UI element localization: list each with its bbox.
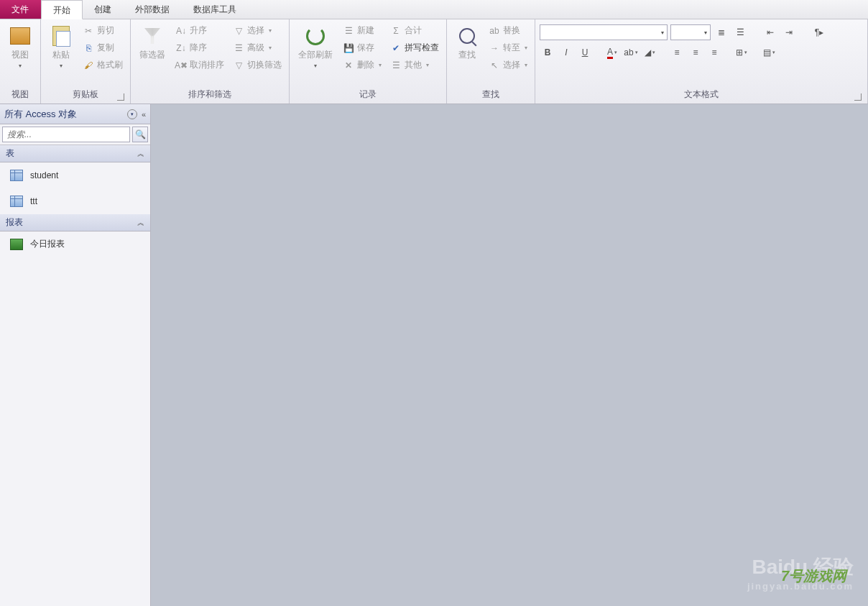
highlight-icon: ab	[624, 47, 633, 58]
tab-external-data[interactable]: 外部数据	[124, 0, 182, 19]
align-left-icon: ≡	[674, 47, 679, 58]
table-icon	[10, 196, 23, 207]
underline-button[interactable]: U	[577, 45, 593, 60]
content-area	[151, 104, 868, 606]
find-button[interactable]: 查找	[451, 22, 483, 64]
goto-button[interactable]: →转至▾	[486, 40, 530, 55]
copy-button[interactable]: ⎘ 复制	[80, 40, 126, 55]
toggle-filter-button[interactable]: ▽切换筛选	[230, 58, 285, 73]
group-text-format: ▾ ▾ ≣ ☰ ⇤ ⇥ ¶▸ B I U A ab ◢ ≡ ≡	[535, 19, 868, 104]
spelling-icon: ✔	[390, 42, 402, 54]
select-button[interactable]: ↖选择▾	[486, 58, 530, 73]
group-label-sortfilter: 排序和筛选	[135, 86, 285, 104]
tab-home[interactable]: 开始	[41, 0, 83, 19]
italic-icon: I	[565, 47, 567, 58]
paste-button[interactable]: 粘贴 ▾	[45, 22, 77, 72]
sort-desc-button[interactable]: Z↓降序	[172, 40, 227, 55]
align-left-button[interactable]: ≡	[669, 45, 685, 60]
nav-header[interactable]: 所有 Access 对象 ▾ «	[0, 104, 150, 124]
ltr-icon: ¶▸	[815, 27, 823, 37]
nav-filter-dropdown-icon[interactable]: ▾	[127, 109, 137, 119]
chevron-up-icon: ︽	[137, 218, 144, 228]
nav-item-ttt[interactable]: ttt	[0, 188, 150, 214]
main-area: 所有 Access 对象 ▾ « 🔍 表 ︽ student ttt 报表 ︽ …	[0, 104, 868, 606]
view-button[interactable]: 视图 ▾	[4, 22, 36, 72]
nav-search-row: 🔍	[0, 124, 150, 145]
scissors-icon: ✂	[83, 25, 94, 37]
highlight-button[interactable]: ab	[623, 45, 639, 60]
fill-color-button[interactable]: ◢	[642, 45, 657, 60]
new-record-button[interactable]: ☰新建	[340, 23, 384, 38]
nav-item-today-report[interactable]: 今日报表	[0, 231, 150, 257]
decrease-indent-button[interactable]: ⇤	[762, 24, 778, 40]
font-color-button[interactable]: A	[604, 45, 620, 60]
tab-database-tools[interactable]: 数据库工具	[182, 0, 249, 19]
replace-button[interactable]: ab替换	[486, 23, 530, 38]
increase-indent-button[interactable]: ⇥	[781, 24, 797, 40]
sigma-icon: Σ	[390, 25, 402, 37]
toggle-filter-icon: ▽	[233, 60, 244, 71]
totals-button[interactable]: Σ合计	[387, 23, 442, 38]
delete-record-button[interactable]: ✕删除▾	[340, 58, 384, 73]
chevron-up-icon: ︽	[137, 149, 144, 159]
filter-button[interactable]: 筛选器	[135, 22, 170, 64]
nav-search-button[interactable]: 🔍	[132, 127, 148, 142]
filter-icon	[141, 24, 164, 47]
tab-create[interactable]: 创建	[83, 0, 124, 19]
cut-button[interactable]: ✂ 剪切	[80, 23, 126, 38]
group-find: 查找 ab替换 →转至▾ ↖选择▾ 查找	[447, 19, 535, 104]
italic-button[interactable]: I	[558, 45, 574, 60]
nav-item-student[interactable]: student	[0, 162, 150, 188]
goto-icon: →	[489, 42, 500, 54]
advanced-filter-button[interactable]: ☰高级▾	[230, 40, 285, 55]
format-painter-button[interactable]: 🖌 格式刷	[80, 58, 126, 73]
nav-search-input[interactable]	[2, 127, 130, 142]
selection-filter-button[interactable]: ▽选择▾	[230, 23, 285, 38]
gridlines-button[interactable]: ⊞	[734, 45, 749, 60]
view-icon	[9, 24, 32, 47]
delete-icon: ✕	[343, 60, 354, 71]
align-right-icon: ≡	[711, 47, 716, 58]
bullets-button[interactable]: ≣	[714, 24, 729, 40]
align-right-button[interactable]: ≡	[706, 45, 722, 60]
font-family-combo[interactable]: ▾	[540, 24, 668, 40]
nav-category-tables[interactable]: 表 ︽	[0, 145, 150, 162]
view-label: 视图	[11, 49, 29, 61]
save-record-button[interactable]: 💾保存	[340, 40, 384, 55]
refresh-all-button[interactable]: 全部刷新 ▾	[294, 22, 337, 72]
dropdown-icon: ▾	[60, 63, 63, 69]
more-button[interactable]: ☰其他▾	[387, 58, 442, 73]
indent-icon: ⇥	[785, 27, 793, 37]
advanced-icon: ☰	[233, 42, 244, 54]
table-icon	[10, 170, 23, 181]
report-icon	[10, 239, 23, 250]
sort-asc-button[interactable]: A↓升序	[172, 23, 227, 38]
numbering-icon: ☰	[737, 27, 744, 37]
nav-category-reports[interactable]: 报表 ︽	[0, 214, 150, 231]
group-label-view: 视图	[4, 86, 36, 104]
ltr-button[interactable]: ¶▸	[811, 24, 827, 40]
group-label-clipboard: 剪贴板	[45, 86, 126, 104]
clear-sort-button[interactable]: A✖取消排序	[172, 58, 227, 73]
numbering-button[interactable]: ☰	[732, 24, 748, 40]
bold-button[interactable]: B	[540, 45, 555, 60]
align-center-button[interactable]: ≡	[688, 45, 703, 60]
more-icon: ☰	[390, 60, 402, 71]
align-center-icon: ≡	[693, 47, 698, 58]
paste-label: 粘贴	[52, 49, 70, 61]
dialog-launcher-icon[interactable]	[117, 93, 124, 101]
spelling-button[interactable]: ✔拼写检查	[387, 40, 442, 55]
tab-file[interactable]: 文件	[0, 0, 41, 19]
selection-icon: ▽	[233, 25, 244, 37]
dialog-launcher-icon[interactable]	[854, 93, 862, 101]
nav-collapse-button[interactable]: «	[142, 110, 146, 119]
refresh-icon	[304, 24, 327, 47]
group-clipboard: 粘贴 ▾ ✂ 剪切 ⎘ 复制 🖌 格式刷 剪贴板	[41, 19, 131, 104]
alternate-row-button[interactable]: ▤	[761, 45, 777, 60]
font-size-combo[interactable]: ▾	[670, 24, 711, 40]
group-label-find: 查找	[451, 86, 530, 104]
select-icon: ↖	[489, 60, 500, 71]
paste-icon	[50, 24, 73, 47]
group-view: 视图 ▾ 视图	[0, 19, 41, 104]
search-icon: 🔍	[135, 129, 146, 139]
